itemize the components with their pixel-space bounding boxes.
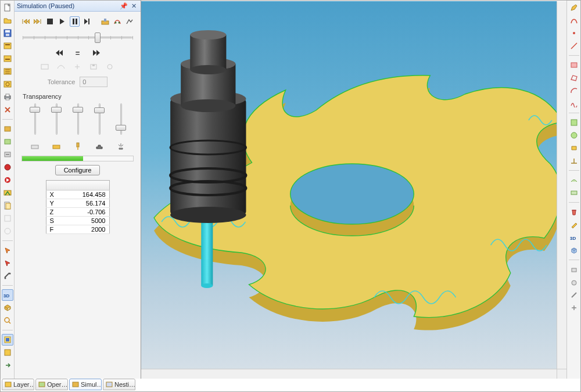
svg-rect-33 <box>73 19 74 24</box>
rt-m1-icon[interactable] <box>568 264 580 275</box>
pin-icon[interactable]: 📌 <box>118 2 130 10</box>
delete-icon[interactable] <box>2 104 13 116</box>
coord-key: S <box>46 217 60 225</box>
coord-value: 56.174 <box>60 199 109 208</box>
ops-b-icon[interactable] <box>2 53 13 64</box>
arrow-right-icon[interactable] <box>2 359 13 371</box>
coord-key: Z <box>46 208 60 217</box>
rt-line-icon[interactable] <box>568 40 580 52</box>
save-icon[interactable] <box>2 27 13 39</box>
rt-m4-icon[interactable] <box>568 302 580 314</box>
bottom-tab-0[interactable]: Layer… <box>2 379 34 390</box>
trans-slider-1[interactable] <box>31 102 39 136</box>
rt-trash-icon[interactable] <box>568 206 580 218</box>
svg-point-39 <box>119 22 120 24</box>
proc-a-icon[interactable] <box>2 123 13 135</box>
layers-b-icon[interactable] <box>2 347 13 358</box>
trans-slider-2[interactable] <box>52 102 60 136</box>
trans-slider-4[interactable] <box>95 102 103 136</box>
transparency-sliders <box>20 102 135 138</box>
rt-point-icon[interactable] <box>568 27 580 39</box>
fit-icon[interactable] <box>2 315 13 326</box>
svg-rect-22 <box>5 215 10 221</box>
rt-op3-icon[interactable] <box>568 142 580 154</box>
step-fwd-icon[interactable] <box>82 16 92 27</box>
viewport-scrollbar-v[interactable] <box>557 1 566 369</box>
view-3d-icon[interactable]: 3D <box>2 289 13 301</box>
bottom-tab-2[interactable]: Simul… <box>69 379 102 390</box>
docs-icon[interactable] <box>2 200 13 211</box>
rt-rect-icon[interactable] <box>568 59 580 71</box>
rt-curve-icon[interactable] <box>568 15 580 26</box>
machine-icon[interactable] <box>116 142 125 151</box>
ops-d-icon[interactable] <box>2 78 13 90</box>
svg-point-25 <box>9 273 10 275</box>
rt-box-icon[interactable] <box>568 244 580 256</box>
rt-m2-icon[interactable] <box>568 276 580 288</box>
print-icon[interactable] <box>2 91 13 103</box>
mode-b-icon[interactable] <box>112 16 122 27</box>
mode-c-icon[interactable] <box>125 16 135 27</box>
stop-button[interactable] <box>45 16 55 27</box>
rewind-icon[interactable] <box>54 48 64 58</box>
open-icon[interactable] <box>2 15 13 26</box>
reset-start-icon[interactable] <box>20 16 30 27</box>
ops-a-icon[interactable] <box>2 40 13 52</box>
svg-rect-37 <box>104 19 106 21</box>
bottom-tab-1[interactable]: Oper… <box>35 379 68 390</box>
rt-op4-icon[interactable] <box>568 155 580 167</box>
run-icon[interactable] <box>2 174 13 186</box>
pick-b-icon[interactable] <box>2 257 13 269</box>
rt-op2-icon[interactable] <box>568 130 580 141</box>
measure-icon[interactable] <box>2 270 13 282</box>
tool-icon[interactable] <box>73 142 83 151</box>
simulation-panel: Simulation (Paused) 📌 ✕ <box>15 1 141 379</box>
holder-icon[interactable] <box>95 142 104 151</box>
svg-rect-7 <box>5 59 10 60</box>
post-icon[interactable] <box>2 187 13 199</box>
play-button[interactable] <box>58 16 67 27</box>
pause-button[interactable] <box>70 16 80 27</box>
rt-pencil-icon[interactable] <box>568 2 580 13</box>
viewport-scrollbar-h[interactable] <box>141 369 557 379</box>
speed-slider[interactable] <box>23 30 132 45</box>
reset-end-icon[interactable] <box>33 16 42 27</box>
view-iso-icon[interactable] <box>2 302 13 314</box>
trans-slider-3[interactable] <box>74 102 82 136</box>
rt-3d-icon[interactable]: 3D <box>568 232 580 243</box>
rt-arc-icon[interactable] <box>568 85 580 96</box>
left-toolbar: 3D <box>1 1 15 379</box>
progress-bar <box>21 156 134 161</box>
equals-icon[interactable]: = <box>73 48 83 58</box>
close-icon[interactable]: ✕ <box>130 2 138 10</box>
mode-a-icon[interactable] <box>100 16 110 27</box>
viewport-3d[interactable] <box>141 1 566 379</box>
rt-edit-icon[interactable] <box>568 219 580 231</box>
rt-m3-icon[interactable] <box>568 289 580 301</box>
part-icon[interactable] <box>52 142 61 151</box>
svg-point-38 <box>115 22 117 24</box>
rt-poly-icon[interactable] <box>568 72 580 84</box>
playback-toolbar <box>20 15 135 30</box>
trans-slider-5[interactable] <box>117 102 125 136</box>
proc-b-icon[interactable] <box>2 136 13 148</box>
svg-point-71 <box>572 280 576 285</box>
svg-rect-30 <box>6 338 9 341</box>
new-icon[interactable] <box>2 2 13 13</box>
layers-a-icon[interactable] <box>2 334 13 346</box>
bottom-tab-3[interactable]: Nesti… <box>103 379 135 390</box>
rt-surf2-icon[interactable] <box>568 187 580 199</box>
svg-rect-21 <box>6 203 10 209</box>
fastfwd-icon[interactable] <box>91 48 102 58</box>
stock-icon[interactable] <box>30 142 40 151</box>
rt-surf1-icon[interactable] <box>568 174 580 186</box>
rt-path-icon[interactable] <box>568 98 580 109</box>
ops-c-icon[interactable] <box>2 66 13 77</box>
rt-op1-icon[interactable] <box>568 117 580 128</box>
stop-icon[interactable] <box>2 161 13 173</box>
svg-rect-15 <box>5 139 10 144</box>
svg-point-17 <box>5 164 10 170</box>
pick-a-icon[interactable] <box>2 244 13 256</box>
proc-c-icon[interactable] <box>2 149 13 160</box>
configure-button[interactable]: Configure <box>55 165 101 175</box>
